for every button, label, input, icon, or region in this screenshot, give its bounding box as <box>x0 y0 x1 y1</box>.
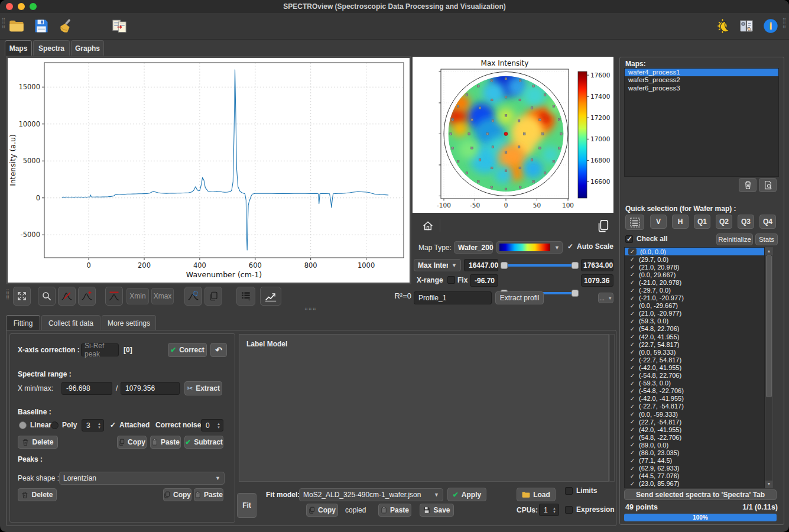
point-list-item[interactable]: ✓(-21.0, 20.978) <box>625 278 764 286</box>
fit-button[interactable]: Fit <box>237 493 256 518</box>
baseline-paste-button[interactable]: Paste <box>150 436 181 449</box>
expression-checkbox[interactable] <box>565 506 573 514</box>
intensity-max-field[interactable]: 17634.00 <box>581 259 613 271</box>
load-fit-model-button[interactable]: Load <box>517 488 556 501</box>
point-list-item[interactable]: ✓(0.0, -29.667) <box>625 302 764 310</box>
point-list-item[interactable]: ✓(0.0, 29.667) <box>625 271 764 278</box>
wafer-plot[interactable]: -100-50050100Max Intensity17600174001720… <box>414 58 612 212</box>
point-list-item[interactable]: ✓(29.7, 0.0) <box>625 255 764 263</box>
fit-paste-button[interactable]: Paste <box>378 504 411 517</box>
peaks-delete-button[interactable]: Delete <box>18 488 57 501</box>
map-type-combo[interactable]: Wafer_200▼ <box>454 241 493 254</box>
save-button[interactable] <box>33 18 50 34</box>
baseline-copy-button[interactable]: Copy <box>117 436 147 449</box>
point-checkbox[interactable]: ✓ <box>628 481 637 487</box>
xrange-max-field[interactable]: 1079.36 <box>581 274 613 287</box>
peak-table-area[interactable]: Label Model <box>239 334 609 482</box>
legend-settings-button[interactable] <box>236 287 255 306</box>
scroll-up-arrow[interactable]: ▲ <box>765 248 772 255</box>
point-list-item[interactable]: ✓(-54.8, 22.706) <box>625 372 764 379</box>
point-list-item[interactable]: ✓(59.3, 0.0) <box>625 317 764 325</box>
tab-graphs[interactable]: Graphs <box>71 40 104 56</box>
point-list-item[interactable]: ✓(44.5, 77.076) <box>625 472 764 480</box>
undo-correction-button[interactable]: ↶ <box>210 343 227 357</box>
point-list-item[interactable]: ✓(-22.7, 54.817) <box>625 356 764 364</box>
fix-checkbox[interactable] <box>447 276 455 284</box>
point-list-item[interactable]: ✓(-22.7, -54.817) <box>625 403 764 410</box>
attached-checkbox[interactable] <box>109 421 116 429</box>
quick-select-q3-button[interactable]: Q3 <box>738 215 754 229</box>
quick-select-v-button[interactable]: V <box>650 215 667 229</box>
point-checkbox[interactable]: ✓ <box>628 426 637 433</box>
view-map-file-button[interactable] <box>759 178 777 192</box>
point-list-item[interactable]: ✓(77.1, 44.5) <box>625 457 764 465</box>
fit-copy-button[interactable]: Copy <box>306 504 338 517</box>
point-checkbox[interactable]: ✓ <box>628 356 637 363</box>
baseline-edit-button[interactable] <box>58 287 76 306</box>
poly-order-spinbox[interactable]: 3▲▼ <box>82 419 104 432</box>
graph-style-button[interactable] <box>260 287 281 306</box>
profile-name-input[interactable]: Profile_1 <box>414 291 492 304</box>
point-list-item[interactable]: ✓(42.0, -41.955) <box>625 426 764 433</box>
auto-scale-checkbox[interactable] <box>566 243 574 251</box>
point-checkbox[interactable]: ✓ <box>628 279 637 286</box>
point-list-item[interactable]: ✓(54.8, 22.706) <box>625 325 764 333</box>
point-checkbox[interactable]: ✓ <box>628 333 637 340</box>
baseline-subtract-button[interactable]: ✔Subtract <box>184 436 223 449</box>
wafer-figure[interactable]: -100-50050100Max Intensity17600174001720… <box>413 57 613 213</box>
dark-mode-toggle[interactable] <box>716 18 733 34</box>
point-list-item[interactable]: ✓(-29.7, 0.0) <box>625 286 764 294</box>
peak-shape-combo[interactable]: Lorentzian▼ <box>59 472 225 485</box>
stats-button[interactable]: Stats <box>755 233 778 245</box>
zoom-button[interactable] <box>38 287 56 306</box>
copy-figure-button[interactable] <box>204 287 222 306</box>
send-to-spectra-button[interactable]: Send selected spectra to 'Spectra' Tab <box>624 489 777 500</box>
tab-more-settings[interactable]: More settings <box>102 315 156 330</box>
point-list-item[interactable]: ✓(0.0, 0.0) <box>625 248 764 255</box>
point-checkbox[interactable]: ✓ <box>628 287 637 294</box>
tab-spectra[interactable]: Spectra <box>33 40 70 56</box>
peak-table-scrollbar[interactable] <box>609 334 615 482</box>
spectrum-plot[interactable]: 02004006008001000-5000050001000015000Wav… <box>8 58 410 283</box>
point-checkbox[interactable]: ✓ <box>628 303 637 309</box>
check-all-checkbox[interactable] <box>625 235 633 243</box>
point-checkbox[interactable]: ✓ <box>628 364 637 371</box>
map-list-item[interactable]: wafer6_process3 <box>625 85 778 92</box>
point-checkbox[interactable]: ✓ <box>628 318 637 325</box>
point-checkbox[interactable]: ✓ <box>628 295 637 301</box>
point-checkbox[interactable]: ✓ <box>628 458 637 464</box>
maps-list[interactable]: wafer4_process1wafer5_process2wafer6_pro… <box>624 68 779 177</box>
point-list-item[interactable]: ✓(54.8, -22.706) <box>625 433 764 441</box>
apply-fit-model-button[interactable]: ✔Apply <box>447 488 486 501</box>
splitter-handle[interactable]: ⠶⠶⠶ <box>304 306 317 312</box>
extract-profile-button[interactable]: Extract profil <box>495 291 544 304</box>
limits-checkbox[interactable] <box>565 487 573 495</box>
si-ref-peak-field[interactable]: Si-Ref peak <box>81 343 119 356</box>
point-checkbox[interactable]: ✓ <box>628 310 637 317</box>
point-list-item[interactable]: ✓(22.7, -54.817) <box>625 418 764 426</box>
point-checkbox[interactable]: ✓ <box>628 411 637 417</box>
linear-radio[interactable]: Linear <box>19 421 51 429</box>
slider-handle-right[interactable] <box>572 262 579 269</box>
point-checkbox[interactable]: ✓ <box>628 380 637 387</box>
points-list[interactable]: ✓(0.0, 0.0)✓(29.7, 0.0)✓(21.0, 20.978)✓(… <box>624 247 765 488</box>
point-list-item[interactable]: ✓(89.0, 0.0) <box>625 441 764 449</box>
point-list-item[interactable]: ✓(21.0, 20.978) <box>625 263 764 271</box>
limits-check[interactable]: Limits <box>565 486 597 495</box>
point-list-item[interactable]: ✓(42.0, 41.955) <box>625 333 764 340</box>
point-list-item[interactable]: ✓(-42.0, -41.955) <box>625 395 764 403</box>
toolbar-handle[interactable]: ⣿⣿ <box>2 18 7 28</box>
spectrum-figure[interactable]: 02004006008001000-5000050001000015000Wav… <box>6 56 411 284</box>
fit-model-combo[interactable]: MoS2_ALD_325-490cm-1_wafer.json▼ <box>299 488 443 501</box>
spectrum-toolbar-handle[interactable]: ⣿⣿ <box>6 289 10 300</box>
point-list-item[interactable]: ✓(62.9, 62.933) <box>625 465 764 472</box>
point-checkbox[interactable]: ✓ <box>628 419 637 425</box>
open-file-button[interactable] <box>8 18 25 34</box>
point-checkbox[interactable]: ✓ <box>628 388 637 394</box>
tab-maps[interactable]: Maps <box>5 40 32 56</box>
xrange-min-field[interactable]: -96.70 <box>470 274 498 287</box>
point-list-item[interactable]: ✓(21.0, -20.977) <box>625 310 764 317</box>
quick-select-q2-button[interactable]: Q2 <box>716 215 732 229</box>
point-list-item[interactable]: ✓(-54.8, -22.706) <box>625 387 764 395</box>
reinitialize-button[interactable]: Reinitialize <box>716 233 753 245</box>
